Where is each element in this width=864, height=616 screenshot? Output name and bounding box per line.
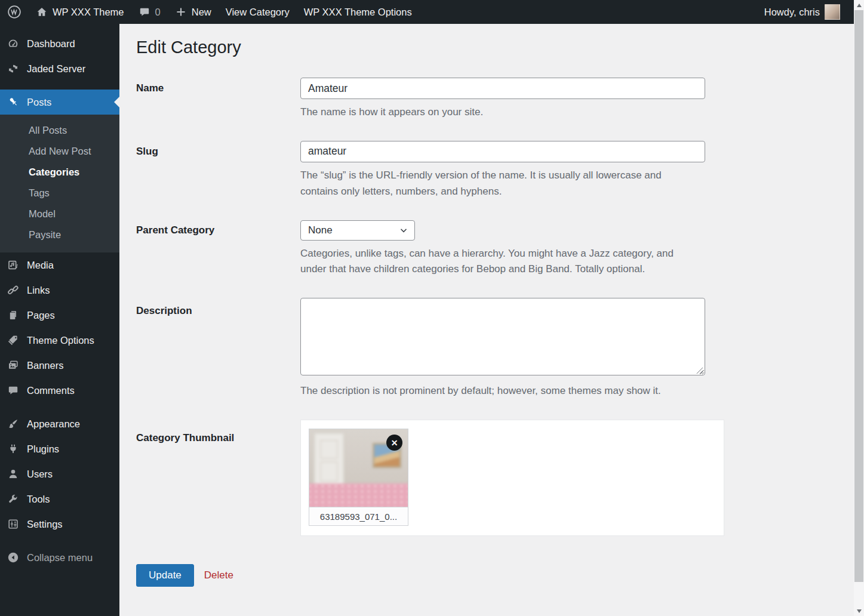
sidebar-item-label: Plugins [27,443,59,455]
pushpin-icon [7,96,19,108]
tags-icon [7,334,19,346]
theme-options-menu[interactable]: WP XXX Theme Options [297,0,419,24]
parent-category-row: Parent Category None Categories, unlike … [136,220,840,278]
sidebar-item-label: Jaded Server [27,63,85,75]
wordpress-logo-menu[interactable] [0,0,29,24]
sidebar-item-dashboard[interactable]: Dashboard [0,31,119,56]
thumbnail-bed-shape [309,483,408,507]
admin-sidebar: Dashboard Jaded Server Posts All Posts A… [0,24,119,616]
description-help-text: The description is not prominent by defa… [300,383,682,399]
sidebar-item-media[interactable]: Media [0,252,119,278]
sidebar-subitem-model[interactable]: Model [0,204,119,224]
dashboard-icon [7,38,19,50]
collapse-menu-button[interactable]: Collapse menu [0,545,119,570]
thumbnail-filename: 63189593_071_0... [309,507,408,525]
plug-icon [7,443,19,455]
page-title: Edit Category [136,38,840,57]
brush-icon [7,418,19,430]
sidebar-item-comments[interactable]: Comments [0,378,119,403]
sidebar-item-label: Posts [27,97,51,108]
sidebar-item-label: Appearance [27,418,80,430]
sidebar-subitem-add-new-post[interactable]: Add New Post [0,141,119,162]
sidebar-item-label: Users [27,469,53,480]
posts-submenu: All Posts Add New Post Categories Tags M… [0,115,119,252]
name-help-text: The name is how it appears on your site. [300,104,682,121]
sidebar-separator [0,537,119,545]
remove-thumbnail-button[interactable]: ✕ [386,435,402,451]
media-icon [7,259,19,271]
view-category-link[interactable]: View Category [219,0,297,24]
collapse-menu-label: Collapse menu [27,552,93,563]
sidebar-item-label: Comments [27,385,75,396]
vertical-scrollbar[interactable] [854,0,864,616]
wrench-icon [7,493,19,505]
new-label: New [192,7,211,18]
sidebar-subitem-all-posts[interactable]: All Posts [0,120,119,141]
slug-field-label: Slug [136,141,300,200]
thumbnail-label: Category Thumbnail [136,420,300,536]
close-icon: ✕ [391,438,398,448]
sidebar-subitem-paysite[interactable]: Paysite [0,224,119,245]
update-button[interactable]: Update [136,564,194,587]
scroll-up-arrow-icon[interactable] [854,0,864,10]
images-icon [7,359,19,371]
sidebar-item-banners[interactable]: Banners [0,353,119,378]
sidebar-item-label: Tools [27,494,50,505]
new-content-menu[interactable]: New [168,0,219,24]
account-menu[interactable]: Howdy, chris [757,4,847,20]
thumbnail-image[interactable]: ✕ [309,429,408,507]
sidebar-item-posts[interactable]: Posts [0,90,119,115]
name-field-row: Name The name is how it appears on your … [136,78,840,121]
sidebar-item-label: Media [27,260,54,271]
sidebar-item-label: Theme Options [27,335,94,346]
sidebar-separator [0,403,119,411]
sidebar-item-links[interactable]: Links [0,278,119,303]
thumbnail-panel: ✕ 63189593_071_0... [300,420,724,536]
sidebar-item-label: Pages [27,310,55,321]
plus-icon [175,6,187,18]
sidebar-item-users[interactable]: Users [0,461,119,486]
sidebar-item-label: Links [27,285,50,296]
comments-menu[interactable]: 0 [131,0,168,24]
pages-icon [7,309,19,321]
description-textarea[interactable] [300,298,705,375]
comment-bubble-icon [139,6,150,18]
parent-category-help-text: Categories, unlike tags, can have a hier… [300,246,682,278]
submit-row: Update Delete [136,564,840,587]
sidebar-item-appearance[interactable]: Appearance [0,411,119,436]
delete-link[interactable]: Delete [204,569,233,581]
scrollbar-thumb[interactable] [854,10,863,582]
slug-input[interactable] [300,141,705,162]
parent-category-select[interactable]: None [300,220,415,241]
comments-icon [7,384,19,396]
wordpress-logo-icon [7,5,21,19]
sidebar-item-settings[interactable]: Settings [0,512,119,537]
sidebar-item-label: Settings [27,519,63,530]
chevron-down-icon [398,225,409,236]
sidebar-item-pages[interactable]: Pages [0,303,119,328]
name-input[interactable] [300,78,705,99]
thumbnail-item: ✕ 63189593_071_0... [309,429,408,526]
admin-bar: WP XXX Theme 0 New View Category WP XXX … [0,0,864,24]
sidebar-item-plugins[interactable]: Plugins [0,436,119,461]
thumbnail-row: Category Thumbnail ✕ 63189593_071_0. [136,420,840,536]
sidebar-subitem-tags[interactable]: Tags [0,183,119,204]
parent-category-value: None [308,224,333,236]
update-icon [7,63,19,75]
sidebar-item-jaded-server[interactable]: Jaded Server [0,56,119,81]
avatar [825,4,840,20]
main-content: Edit Category Name The name is how it ap… [119,24,864,616]
sidebar-subitem-categories[interactable]: Categories [0,162,119,183]
slug-help-text: The “slug” is the URL-friendly version o… [300,168,682,200]
sidebar-item-theme-options[interactable]: Theme Options [0,328,119,353]
home-icon [36,6,48,18]
scroll-down-arrow-icon[interactable] [854,606,864,616]
sidebar-item-label: Dashboard [27,38,75,50]
collapse-arrow-icon [7,552,19,563]
description-label: Description [136,298,300,399]
description-row: Description The description is not promi… [136,298,840,399]
parent-category-label: Parent Category [136,220,300,278]
site-name-menu[interactable]: WP XXX Theme [29,0,131,24]
site-name-label: WP XXX Theme [53,7,124,18]
sidebar-item-tools[interactable]: Tools [0,486,119,512]
